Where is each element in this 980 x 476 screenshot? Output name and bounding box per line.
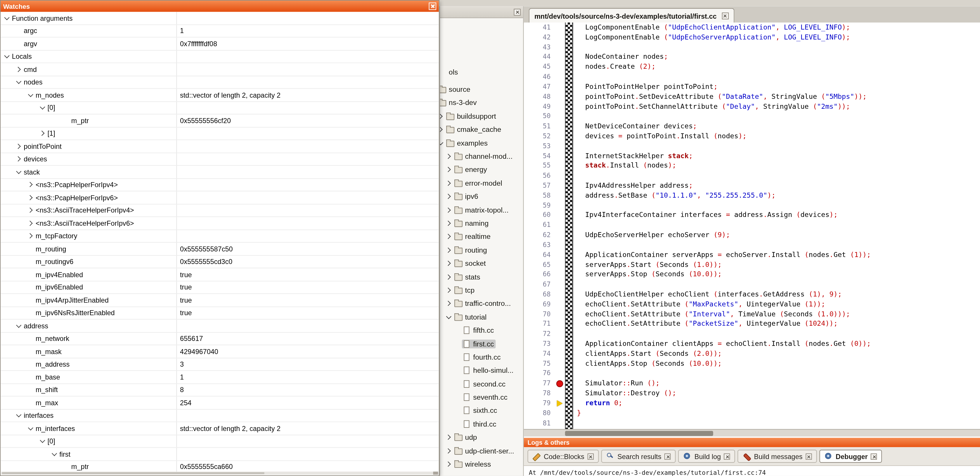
logs-tab-search-results[interactable]: Search results xyxy=(601,450,676,463)
watch-value[interactable] xyxy=(177,166,439,178)
tree-item[interactable]: udp xyxy=(440,431,523,444)
chevron-down-icon[interactable] xyxy=(15,411,24,420)
chevron-right-icon[interactable] xyxy=(27,232,36,240)
watch-value[interactable] xyxy=(177,192,439,204)
watch-row[interactable]: nodes xyxy=(1,76,439,89)
watch-value[interactable] xyxy=(177,63,439,75)
tree-item[interactable]: traffic-contro... xyxy=(440,297,523,310)
editor-tab[interactable]: mnt/dev/tools/source/ns-3-dev/examples/t… xyxy=(529,8,734,23)
logs-tab-debugger[interactable]: Debugger xyxy=(819,450,882,463)
tab-close-icon[interactable] xyxy=(587,453,593,459)
chevron-right-icon[interactable] xyxy=(445,206,454,214)
chevron-right-icon[interactable] xyxy=(445,299,454,308)
watch-value[interactable]: 1 xyxy=(177,24,439,37)
chevron-right-icon[interactable] xyxy=(27,193,36,202)
chevron-down-icon[interactable] xyxy=(440,139,445,147)
watch-row[interactable]: [0] xyxy=(1,102,439,115)
watch-value[interactable]: 0x55555556cf20 xyxy=(177,114,439,126)
watch-row[interactable]: m_network655617 xyxy=(1,332,439,345)
chevron-right-icon[interactable] xyxy=(445,460,454,468)
chevron-right-icon[interactable] xyxy=(440,125,445,134)
watch-value[interactable] xyxy=(177,102,439,114)
watch-value[interactable] xyxy=(177,12,439,24)
tree-item[interactable]: tcp xyxy=(440,284,523,297)
chevron-right-icon[interactable] xyxy=(445,166,454,174)
tree-item[interactable]: channel-mod... xyxy=(440,150,523,163)
tree-item[interactable]: examples xyxy=(440,136,523,150)
watch-row[interactable]: m_routingv60x5555555cd3c0 xyxy=(1,256,439,268)
watches-titlebar[interactable]: Watches xyxy=(1,1,439,12)
watch-value[interactable]: true xyxy=(177,268,439,281)
watch-row[interactable]: argc1 xyxy=(1,24,439,37)
chevron-right-icon[interactable] xyxy=(445,246,454,254)
watch-row[interactable]: m_max254 xyxy=(1,396,439,409)
chevron-right-icon[interactable] xyxy=(445,219,454,228)
chevron-right-icon[interactable] xyxy=(445,259,454,268)
chevron-right-icon[interactable] xyxy=(445,286,454,294)
watch-value[interactable] xyxy=(177,140,439,152)
watch-row[interactable]: m_ipv4ArpJitterEnabledtrue xyxy=(1,294,439,307)
tree-item[interactable]: routing xyxy=(440,243,523,257)
watch-value[interactable]: true xyxy=(177,281,439,294)
watch-row[interactable]: Locals xyxy=(1,50,439,63)
watch-value[interactable] xyxy=(177,435,439,447)
tree-item[interactable]: fourth.cc xyxy=(440,350,523,364)
watch-value[interactable]: 0x7fffffffdf08 xyxy=(177,37,439,50)
tree-item[interactable]: first.cc xyxy=(440,337,523,351)
chevron-right-icon[interactable] xyxy=(445,446,454,455)
watch-row[interactable]: address xyxy=(1,319,439,332)
tree-item[interactable]: stats xyxy=(440,270,523,284)
watch-row[interactable]: interfaces xyxy=(1,409,439,422)
tab-close-icon[interactable] xyxy=(805,453,812,459)
watch-value[interactable]: 1 xyxy=(177,371,439,383)
close-icon[interactable] xyxy=(429,3,436,10)
watch-row[interactable]: m_tcpFactory xyxy=(1,230,439,243)
tree-item[interactable]: buildsupport xyxy=(440,110,523,123)
chevron-right-icon[interactable] xyxy=(15,155,24,163)
tree-item[interactable]: ipv6 xyxy=(440,190,523,203)
tab-close-icon[interactable] xyxy=(724,453,730,459)
chevron-down-icon[interactable] xyxy=(39,103,48,112)
chevron-right-icon[interactable] xyxy=(445,273,454,281)
chevron-down-icon[interactable] xyxy=(39,437,48,446)
chevron-down-icon[interactable] xyxy=(15,321,24,330)
watch-value[interactable]: 254 xyxy=(177,396,439,409)
watch-value[interactable]: 4294967040 xyxy=(177,345,439,358)
watch-value[interactable] xyxy=(177,217,439,229)
watch-value[interactable] xyxy=(177,230,439,242)
chevron-right-icon[interactable] xyxy=(39,129,48,138)
tree-item[interactable]: sixth.cc xyxy=(440,404,523,417)
logs-tab-build-messages[interactable]: Build messages xyxy=(738,450,817,463)
watch-value[interactable] xyxy=(177,50,439,62)
watch-row[interactable]: m_shift8 xyxy=(1,383,439,396)
watch-row[interactable]: [1] xyxy=(1,127,439,140)
watches-scrollbar-thumb[interactable] xyxy=(2,472,264,474)
tree-item[interactable]: tutorial xyxy=(440,310,523,324)
watch-row[interactable]: <ns3::AsciiTraceHelperForIpv6> xyxy=(1,217,439,230)
tree-item[interactable]: socket xyxy=(440,257,523,270)
horizontal-scrollbar[interactable] xyxy=(524,429,980,436)
watch-value[interactable]: 0x555555587c50 xyxy=(177,243,439,255)
watch-value[interactable]: 0x5555555ca660 xyxy=(177,460,439,473)
tree-item[interactable]: second.cc xyxy=(440,377,523,391)
watch-value[interactable] xyxy=(177,409,439,422)
watch-row[interactable]: pointToPoint xyxy=(1,140,439,153)
watch-row[interactable]: argv0x7fffffffdf08 xyxy=(1,37,439,50)
watches-scrollbar[interactable] xyxy=(1,471,438,475)
code-editor[interactable]: 4142434445464748495051525354555657585960… xyxy=(524,22,980,429)
horizontal-scrollbar-thumb[interactable] xyxy=(565,431,713,436)
watch-row[interactable]: devices xyxy=(1,153,439,166)
chevron-right-icon[interactable] xyxy=(27,206,36,215)
watch-value[interactable]: 3 xyxy=(177,358,439,371)
close-icon[interactable] xyxy=(514,8,521,16)
watch-row[interactable]: <ns3::PcapHelperForIpv6> xyxy=(1,192,439,204)
watch-row[interactable]: m_ipv4Enabledtrue xyxy=(1,268,439,281)
chevron-down-icon[interactable] xyxy=(15,168,24,176)
watch-value[interactable] xyxy=(177,448,439,460)
watch-row[interactable]: m_interfacesstd::vector of length 2, cap… xyxy=(1,422,439,435)
watch-row[interactable]: m_address3 xyxy=(1,358,439,371)
tree-item[interactable]: wireless xyxy=(440,457,523,471)
tree-item[interactable]: source xyxy=(440,83,523,96)
tree-item[interactable]: cmake_cache xyxy=(440,123,523,136)
watch-value[interactable]: true xyxy=(177,294,439,306)
